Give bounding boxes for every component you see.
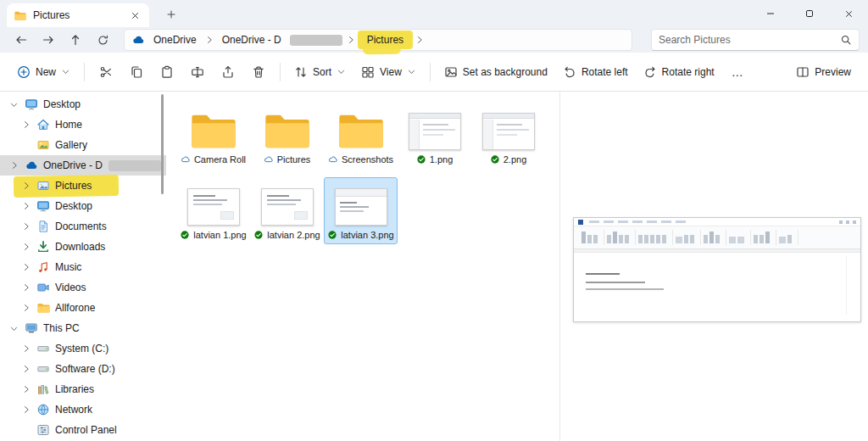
file-name: 1.png <box>430 154 453 165</box>
chevron-right-icon[interactable] <box>20 201 31 211</box>
navigation-bar: OneDrive OneDrive - D Pictures <box>0 27 868 53</box>
sidebar-item-control-panel[interactable]: Control Panel <box>0 420 166 440</box>
chevron-right-icon[interactable] <box>20 221 31 232</box>
file-list-area: Camera RollPicturesScreenshots1.png2.png… <box>166 92 559 441</box>
refresh-button[interactable] <box>90 29 115 51</box>
file-name: latvian 2.png <box>267 230 320 240</box>
sidebar-item-software-d[interactable]: Software (D:) <box>0 359 166 379</box>
sidebar-item-label: This PC <box>43 322 80 334</box>
search-box[interactable] <box>651 29 860 51</box>
delete-button[interactable] <box>244 59 273 86</box>
sidebar-item-network[interactable]: Network <box>0 399 166 420</box>
file-name: Camera Roll <box>194 154 246 165</box>
view-button[interactable]: View <box>354 60 423 84</box>
file-item-latvian-2-png[interactable]: latvian 2.png <box>250 177 324 244</box>
chevron-right-icon[interactable] <box>414 35 426 45</box>
sidebar-item-system-c[interactable]: System (C:) <box>0 338 166 359</box>
set-as-background-label: Set as background <box>463 66 548 78</box>
chevron-right-icon[interactable] <box>203 35 215 45</box>
sidebar-scrollbar[interactable] <box>161 94 164 194</box>
image-thumbnail <box>261 188 314 226</box>
chevron-right-icon[interactable] <box>20 303 31 313</box>
chevron-right-icon[interactable] <box>20 364 31 374</box>
command-toolbar: New Sort View Set as background Rotate l… <box>0 53 868 92</box>
preview-toggle-button[interactable]: Preview <box>789 60 858 84</box>
search-input[interactable] <box>659 34 840 46</box>
chevron-right-icon[interactable] <box>20 120 31 130</box>
up-button[interactable] <box>63 29 88 51</box>
folder-item-camera-roll[interactable]: Camera Roll <box>176 102 250 169</box>
onedrive-icon <box>131 33 147 47</box>
synced-status-icon <box>416 154 426 165</box>
folder-item-pictures[interactable]: Pictures <box>250 102 324 169</box>
more-options-button[interactable]: … <box>723 62 753 82</box>
copy-button[interactable] <box>122 59 151 86</box>
rotate-left-button[interactable]: Rotate left <box>556 60 635 84</box>
sidebar-item-desktop[interactable]: Desktop <box>0 196 166 216</box>
rename-button[interactable] <box>183 59 212 86</box>
sidebar-item-label: Gallery <box>55 139 87 151</box>
toolbar-separator <box>280 63 281 81</box>
pictures-icon <box>36 179 51 193</box>
cut-button[interactable] <box>92 59 120 86</box>
sidebar-item-libraries[interactable]: Libraries <box>0 379 166 399</box>
back-button[interactable] <box>8 29 34 51</box>
sidebar-item-onedrive-d[interactable]: OneDrive - D <box>0 155 166 176</box>
tab-title: Pictures <box>33 9 120 21</box>
new-tab-button[interactable] <box>163 6 180 23</box>
search-icon[interactable] <box>840 34 852 46</box>
cloud-status-icon <box>181 154 191 165</box>
file-item-latvian-3-png[interactable]: latvian 3.png <box>324 177 398 244</box>
document-icon <box>36 220 51 233</box>
file-item-2-png[interactable]: 2.png <box>471 102 545 169</box>
sidebar-item-desktop[interactable]: Desktop <box>0 94 166 114</box>
chevron-right-icon[interactable] <box>8 160 19 170</box>
tab-pictures[interactable]: Pictures <box>7 3 149 27</box>
sidebar-item-downloads[interactable]: Downloads <box>0 237 166 257</box>
tab-close-icon[interactable] <box>127 8 142 23</box>
file-item-latvian-1-png[interactable]: latvian 1.png <box>176 177 250 244</box>
rotate-right-label: Rotate right <box>662 66 715 78</box>
breadcrumb-pictures[interactable]: Pictures <box>358 31 413 49</box>
rotate-right-button[interactable]: Rotate right <box>637 60 721 84</box>
chevron-right-icon[interactable] <box>20 384 31 394</box>
chevron-right-icon[interactable] <box>20 262 31 272</box>
file-item-1-png[interactable]: 1.png <box>398 102 471 169</box>
sidebar-item-allforone[interactable]: Allforone <box>0 298 166 318</box>
chevron-right-icon[interactable] <box>20 282 31 293</box>
sidebar-item-videos[interactable]: Videos <box>0 277 166 298</box>
chevron-right-icon[interactable] <box>20 405 31 415</box>
folder-icon <box>264 112 311 150</box>
preview-label: Preview <box>815 66 851 78</box>
chevron-right-icon[interactable] <box>20 181 31 191</box>
sidebar-item-home[interactable]: Home <box>0 114 166 135</box>
sort-button[interactable]: Sort <box>287 60 353 84</box>
chevron-right-icon[interactable] <box>20 242 31 252</box>
sidebar-item-documents[interactable]: Documents <box>0 216 166 237</box>
sidebar-item-label: Videos <box>55 282 86 293</box>
chevron-right-icon[interactable] <box>20 343 31 354</box>
chevron-down-icon[interactable] <box>8 100 19 109</box>
set-as-background-button[interactable]: Set as background <box>437 60 554 84</box>
share-button[interactable] <box>214 59 242 86</box>
new-button[interactable]: New <box>10 60 77 84</box>
sidebar-item-gallery[interactable]: Gallery <box>0 135 166 155</box>
sidebar-item-music[interactable]: Music <box>0 257 166 277</box>
minimize-button[interactable] <box>751 0 790 27</box>
chevron-down-icon[interactable] <box>8 324 19 333</box>
preview-pane <box>559 92 868 441</box>
maximize-button[interactable] <box>790 0 829 27</box>
breadcrumb-onedrive-drive[interactable]: OneDrive - D <box>216 32 287 47</box>
chevron-right-icon[interactable] <box>345 35 357 45</box>
video-icon <box>36 281 51 294</box>
toolbar-separator <box>84 63 85 81</box>
chevron-down-icon <box>337 67 346 76</box>
breadcrumb-onedrive[interactable]: OneDrive <box>147 32 203 47</box>
paste-button[interactable] <box>153 59 181 86</box>
redacted-text <box>290 35 342 46</box>
sidebar-item-this-pc[interactable]: This PC <box>0 318 166 338</box>
close-button[interactable] <box>829 0 868 27</box>
sidebar-item-pictures[interactable]: Pictures <box>0 176 166 196</box>
titlebar: Pictures <box>0 0 868 27</box>
folder-item-screenshots[interactable]: Screenshots <box>324 102 398 169</box>
